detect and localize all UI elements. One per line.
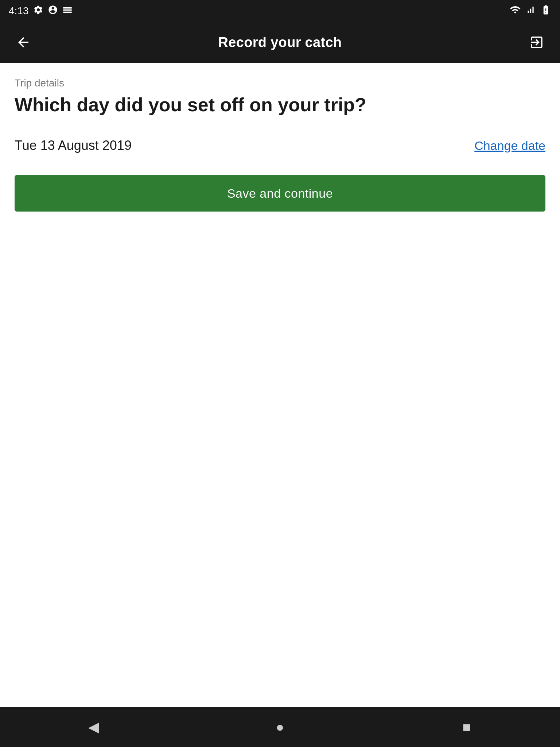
nav-home-icon: ● xyxy=(276,719,284,735)
status-bar-right xyxy=(510,4,551,18)
bottom-nav-bar: ◀ ● ■ xyxy=(0,707,560,747)
page-question: Which day did you set off on your trip? xyxy=(15,93,545,116)
date-row: Tue 13 August 2019 Change date xyxy=(15,138,545,153)
back-button[interactable] xyxy=(12,31,35,54)
nav-back-button[interactable]: ◀ xyxy=(71,712,115,742)
storage-icon xyxy=(62,5,73,17)
signal-icon xyxy=(526,5,535,17)
nav-back-icon: ◀ xyxy=(88,719,99,735)
status-bar-left: 4:13 xyxy=(9,5,73,17)
save-continue-button[interactable]: Save and continue xyxy=(15,175,545,212)
exit-button[interactable] xyxy=(525,31,548,54)
main-content: Trip details Which day did you set off o… xyxy=(0,63,560,707)
wifi-icon xyxy=(510,4,521,18)
status-time: 4:13 xyxy=(9,5,29,17)
app-bar: Record your catch xyxy=(0,22,560,63)
settings-icon xyxy=(33,5,43,17)
app-bar-title: Record your catch xyxy=(218,35,342,50)
date-display: Tue 13 August 2019 xyxy=(15,138,132,153)
battery-icon xyxy=(540,4,551,18)
section-label: Trip details xyxy=(15,77,545,89)
nav-home-button[interactable]: ● xyxy=(258,712,302,742)
nav-overview-icon: ■ xyxy=(463,719,471,735)
account-circle-icon xyxy=(48,5,58,17)
change-date-button[interactable]: Change date xyxy=(474,139,545,153)
nav-overview-button[interactable]: ■ xyxy=(445,712,489,742)
status-bar: 4:13 xyxy=(0,0,560,22)
